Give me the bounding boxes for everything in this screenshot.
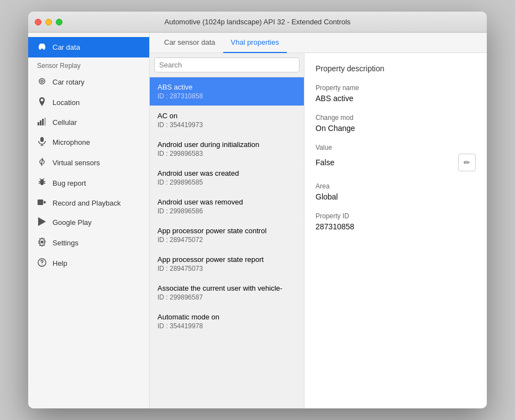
maximize-button[interactable]	[56, 19, 62, 25]
value-field: Value False ✏	[316, 144, 476, 171]
record-playback-icon	[37, 198, 47, 207]
sidebar-label-cellular: Cellular	[52, 118, 77, 127]
property-name: Associate the current user with vehicle-	[157, 284, 296, 292]
svg-line-15	[44, 181, 45, 182]
svg-point-5	[41, 80, 43, 82]
svg-rect-0	[39, 45, 45, 49]
tab-vhal-properties[interactable]: Vhal properties	[223, 33, 287, 53]
value-label: Value	[316, 144, 476, 151]
property-id: ID : 299896583	[157, 150, 296, 158]
sidebar-label-record-playback: Record and Playback	[52, 199, 121, 207]
svg-rect-20	[38, 200, 43, 205]
property-item-android-user-init[interactable]: Android user during initialization ID : …	[150, 135, 304, 164]
area-value: Global	[316, 192, 476, 201]
sensor-replay-section: Sensor Replay	[28, 57, 149, 72]
content-area: Car data Sensor Replay Car rotary	[28, 33, 487, 408]
svg-rect-6	[38, 122, 39, 125]
sidebar-item-record-playback[interactable]: Record and Playback	[28, 193, 149, 212]
svg-line-19	[44, 179, 45, 180]
property-name-value: ABS active	[316, 94, 476, 103]
sidebar-label-help: Help	[52, 259, 67, 267]
close-button[interactable]	[35, 19, 41, 25]
bug-report-icon	[37, 178, 47, 188]
property-list: ABS active ID : 287310858 AC on ID : 354…	[150, 77, 304, 408]
edit-button[interactable]: ✏	[458, 154, 476, 171]
svg-rect-10	[40, 137, 44, 142]
svg-rect-8	[42, 119, 44, 125]
property-name: Android user during initialization	[157, 140, 296, 149]
property-item-app-power-report[interactable]: App processor power state report ID : 28…	[150, 250, 304, 279]
svg-line-17	[44, 183, 45, 183]
property-list-panel: ABS active ID : 287310858 AC on ID : 354…	[150, 53, 304, 408]
property-name: App processor power state control	[157, 227, 296, 235]
virtual-sensors-icon	[37, 158, 47, 168]
svg-line-16	[39, 183, 40, 183]
sidebar: Car data Sensor Replay Car rotary	[28, 33, 150, 408]
property-item-associate-user[interactable]: Associate the current user with vehicle-…	[150, 279, 304, 307]
sidebar-label-car-rotary: Car rotary	[52, 78, 85, 86]
property-name: Automatic mode on	[157, 313, 296, 321]
sidebar-item-bug-report[interactable]: Bug report	[28, 173, 149, 193]
sidebar-item-help[interactable]: Help	[28, 253, 149, 274]
panel-body: ABS active ID : 287310858 AC on ID : 354…	[150, 53, 487, 408]
svg-line-14	[39, 181, 40, 182]
property-name: Android user was removed	[157, 198, 296, 206]
svg-point-3	[43, 48, 45, 50]
sidebar-item-settings[interactable]: Settings	[28, 233, 149, 253]
svg-point-2	[39, 48, 41, 50]
property-id: ID : 299896585	[157, 179, 296, 186]
edit-icon: ✏	[464, 158, 470, 167]
svg-marker-21	[44, 201, 46, 204]
property-id: ID : 289475073	[157, 265, 296, 272]
search-input[interactable]	[154, 57, 299, 72]
property-id: ID : 287310858	[157, 92, 296, 100]
minimize-button[interactable]	[45, 19, 52, 25]
location-icon	[37, 97, 47, 108]
property-item-android-user-created[interactable]: Android user was created ID : 299896585	[150, 164, 304, 192]
property-name: AC on	[157, 112, 296, 120]
sidebar-item-microphone[interactable]: Microphone	[28, 132, 149, 153]
property-item-android-user-removed[interactable]: Android user was removed ID : 299896586	[150, 192, 304, 221]
window-title: Automotive (1024p landscape) API 32 - Ex…	[165, 18, 351, 26]
sidebar-item-car-data[interactable]: Car data	[28, 37, 149, 57]
sidebar-label-settings: Settings	[52, 239, 78, 247]
property-name-field: Property name ABS active	[316, 84, 476, 103]
property-name: App processor power state report	[157, 255, 296, 264]
settings-icon	[37, 238, 47, 248]
value-row: False ✏	[316, 154, 476, 171]
sidebar-item-cellular[interactable]: Cellular	[28, 113, 149, 132]
property-id-field: Property ID 287310858	[316, 212, 476, 231]
sidebar-item-google-play[interactable]: Google Play	[28, 212, 149, 233]
value-value: False	[316, 158, 334, 167]
sidebar-item-car-rotary[interactable]: Car rotary	[28, 72, 149, 92]
sidebar-label-virtual-sensors: Virtual sensors	[52, 159, 100, 167]
property-item-app-power-control[interactable]: App processor power state control ID : 2…	[150, 221, 304, 250]
change-mod-field: Change mod On Change	[316, 114, 476, 133]
sidebar-item-virtual-sensors[interactable]: Virtual sensors	[28, 153, 149, 173]
svg-rect-7	[40, 120, 41, 125]
sidebar-item-location[interactable]: Location	[28, 92, 149, 113]
property-item-abs-active[interactable]: ABS active ID : 287310858	[150, 77, 304, 106]
sidebar-label-bug-report: Bug report	[52, 179, 86, 187]
property-id: ID : 299896586	[157, 207, 296, 215]
property-id-value: 287310858	[316, 222, 476, 231]
main-window: Automotive (1024p landscape) API 32 - Ex…	[28, 12, 487, 408]
svg-point-4	[39, 78, 45, 84]
property-item-automatic-mode[interactable]: Automatic mode on ID : 354419978	[150, 307, 304, 336]
help-icon	[37, 258, 47, 269]
property-id: ID : 354419978	[157, 322, 296, 330]
change-mod-label: Change mod	[316, 114, 476, 122]
svg-marker-22	[38, 217, 46, 226]
svg-marker-1	[39, 44, 45, 45]
svg-rect-9	[44, 118, 46, 125]
tab-car-sensor-data[interactable]: Car sensor data	[156, 33, 223, 53]
change-mod-value: On Change	[316, 124, 476, 133]
microphone-icon	[37, 137, 47, 148]
car-data-icon	[37, 42, 47, 53]
detail-panel: Property description Property name ABS a…	[304, 53, 487, 408]
svg-point-23	[41, 241, 44, 244]
property-item-ac-on[interactable]: AC on ID : 354419973	[150, 106, 304, 135]
sidebar-label-google-play: Google Play	[52, 218, 92, 227]
sidebar-label-microphone: Microphone	[52, 138, 90, 146]
google-play-icon	[37, 217, 47, 228]
